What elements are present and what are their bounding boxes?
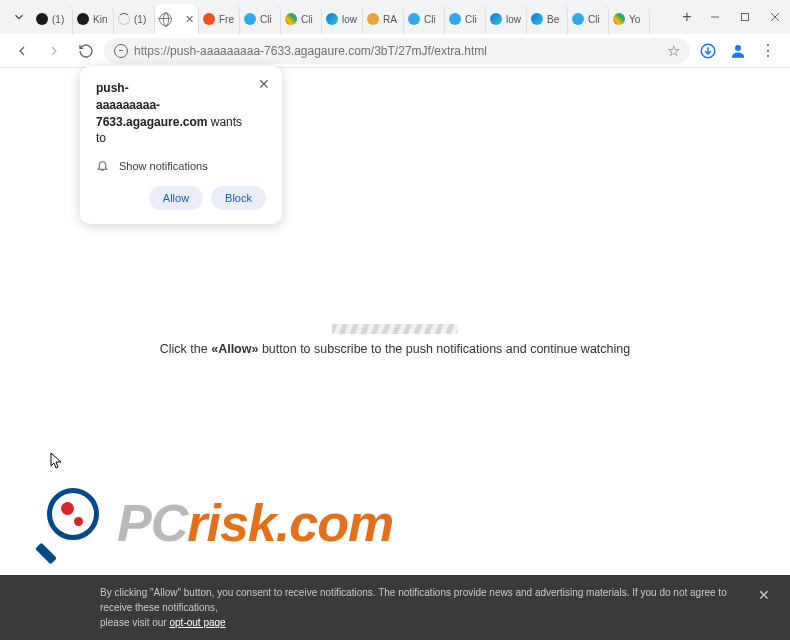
- tab-favicon-icon: [325, 12, 339, 26]
- nav-forward-button[interactable]: [40, 37, 68, 65]
- browser-tab[interactable]: Be: [527, 4, 568, 34]
- tab-label: (1): [134, 14, 146, 25]
- svg-point-6: [735, 45, 741, 51]
- loading-bar-icon: [332, 324, 458, 334]
- magnifier-icon: [35, 484, 113, 562]
- permission-origin: push-aaaaaaaaa-7633.agagaure.com wants t…: [96, 80, 266, 147]
- tab-strip: (1)Kin(1)✕FreCliClilowRACliClilowBeCliYo: [32, 0, 674, 34]
- allow-button[interactable]: Allow: [149, 186, 203, 210]
- tab-favicon-icon: [489, 12, 503, 26]
- mouse-cursor-icon: [50, 452, 62, 470]
- window-controls: [700, 0, 790, 34]
- browser-tab[interactable]: Fre: [199, 4, 240, 34]
- opt-out-link[interactable]: opt-out page: [169, 617, 225, 628]
- address-bar: https://push-aaaaaaaaa-7633.agagaure.com…: [0, 34, 790, 68]
- browser-tab[interactable]: RA: [363, 4, 404, 34]
- tab-label: Cli: [424, 14, 436, 25]
- site-info-icon[interactable]: [114, 44, 128, 58]
- notification-permission-prompt: ✕ push-aaaaaaaaa-7633.agagaure.com wants…: [80, 66, 282, 224]
- nav-reload-button[interactable]: [72, 37, 100, 65]
- tab-favicon-icon: [571, 12, 585, 26]
- tab-label: (1): [52, 14, 64, 25]
- svg-rect-1: [742, 14, 749, 21]
- downloads-button[interactable]: [694, 37, 722, 65]
- tab-favicon-icon: [407, 12, 421, 26]
- browser-tab[interactable]: Cli: [445, 4, 486, 34]
- tab-label: Cli: [260, 14, 272, 25]
- browser-tab[interactable]: (1): [32, 4, 73, 34]
- chrome-menu-button[interactable]: ⋮: [754, 37, 782, 65]
- tab-label: Be: [547, 14, 559, 25]
- page-center-content: Click the «Allow» button to subscribe to…: [0, 324, 790, 356]
- consent-banner: By clicking "Allow" button, you consent …: [0, 575, 790, 640]
- tab-favicon-icon: [243, 12, 257, 26]
- tab-label: RA: [383, 14, 397, 25]
- browser-tab[interactable]: Kin: [73, 4, 114, 34]
- tab-label: Yo: [629, 14, 640, 25]
- tab-favicon-icon: [202, 12, 216, 26]
- omnibox[interactable]: https://push-aaaaaaaaa-7633.agagaure.com…: [104, 38, 690, 64]
- tab-favicon-icon: [76, 12, 90, 26]
- permission-capability-label: Show notifications: [119, 160, 208, 172]
- tab-label: low: [506, 14, 521, 25]
- close-icon[interactable]: ✕: [258, 78, 270, 90]
- bookmark-star-icon[interactable]: ☆: [667, 42, 680, 60]
- tab-favicon-icon: [284, 12, 298, 26]
- tab-favicon-icon: [366, 12, 380, 26]
- tab-favicon-icon: [530, 12, 544, 26]
- window-minimize-button[interactable]: [700, 0, 730, 34]
- browser-tab[interactable]: Cli: [404, 4, 445, 34]
- consent-close-icon[interactable]: ✕: [758, 585, 770, 606]
- window-close-button[interactable]: [760, 0, 790, 34]
- brand-wordmark: PCrisk.com: [117, 493, 393, 553]
- tab-favicon-icon: [612, 12, 626, 26]
- profile-button[interactable]: [726, 39, 750, 63]
- tab-label: Fre: [219, 14, 234, 25]
- tab-favicon-icon: [117, 12, 131, 26]
- browser-tab[interactable]: (1): [114, 4, 155, 34]
- tab-label: Cli: [465, 14, 477, 25]
- browser-titlebar: (1)Kin(1)✕FreCliClilowRACliClilowBeCliYo…: [0, 0, 790, 34]
- nav-back-button[interactable]: [8, 37, 36, 65]
- browser-tab[interactable]: Yo: [609, 4, 650, 34]
- tab-search-dropdown[interactable]: [6, 0, 32, 34]
- tab-close-icon[interactable]: ✕: [183, 13, 195, 25]
- browser-tab[interactable]: Cli: [240, 4, 281, 34]
- tab-label: Kin: [93, 14, 107, 25]
- browser-tab[interactable]: Cli: [568, 4, 609, 34]
- permission-capability-row: Show notifications: [96, 159, 266, 172]
- browser-tab[interactable]: low: [322, 4, 363, 34]
- browser-tab[interactable]: ✕: [155, 4, 199, 34]
- bell-icon: [96, 159, 109, 172]
- tab-favicon-icon: [35, 12, 49, 26]
- tab-label: low: [342, 14, 357, 25]
- tab-label: Cli: [301, 14, 313, 25]
- pcrisk-logo: PCrisk.com: [35, 484, 393, 562]
- tab-label: Cli: [588, 14, 600, 25]
- tab-favicon-icon: [158, 12, 172, 26]
- new-tab-button[interactable]: +: [674, 4, 700, 30]
- browser-tab[interactable]: Cli: [281, 4, 322, 34]
- tab-favicon-icon: [448, 12, 462, 26]
- browser-tab[interactable]: low: [486, 4, 527, 34]
- window-maximize-button[interactable]: [730, 0, 760, 34]
- block-button[interactable]: Block: [211, 186, 266, 210]
- url-text: https://push-aaaaaaaaa-7633.agagaure.com…: [134, 44, 661, 58]
- instruction-text: Click the «Allow» button to subscribe to…: [0, 342, 790, 356]
